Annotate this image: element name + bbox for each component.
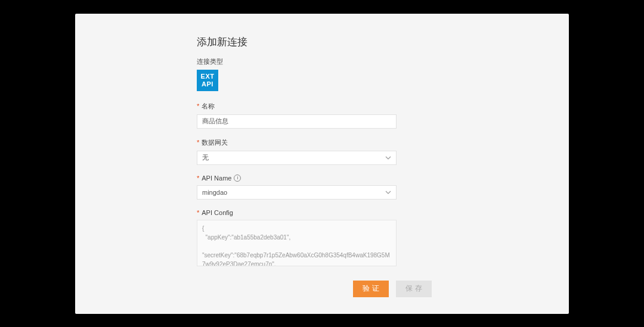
required-asterisk: * [197, 175, 199, 182]
api-name-select[interactable]: mingdao [197, 185, 397, 200]
gateway-label: * 数据网关 [197, 138, 495, 147]
api-name-value: mingdao [202, 189, 227, 196]
api-config-label: * API Config [197, 209, 495, 216]
page-title: 添加新连接 [197, 35, 495, 49]
gateway-select[interactable]: 无 [197, 151, 397, 165]
required-asterisk: * [197, 209, 199, 216]
name-label: * 名称 [197, 102, 495, 111]
chevron-down-icon [385, 155, 391, 161]
name-input[interactable] [197, 114, 397, 129]
ext-api-tag[interactable]: EXT API [197, 70, 218, 91]
connection-type-field: 连接类型 EXT API [197, 57, 495, 91]
connection-type-label: 连接类型 [197, 57, 495, 66]
required-asterisk: * [197, 139, 199, 146]
gateway-value: 无 [202, 153, 209, 162]
gateway-field: * 数据网关 无 [197, 138, 495, 165]
api-config-textarea[interactable] [197, 220, 397, 266]
save-button: 保存 [396, 281, 432, 297]
tag-line-1: EXT [201, 73, 215, 80]
chevron-down-icon [385, 189, 391, 195]
tag-line-2: API [202, 80, 213, 88]
api-config-field: * API Config [197, 209, 495, 269]
dialog-panel: 添加新连接 连接类型 EXT API * 名称 * 数据网关 无 [75, 14, 569, 314]
verify-button[interactable]: 验证 [353, 281, 389, 297]
required-asterisk: * [197, 102, 199, 110]
info-icon[interactable]: i [234, 175, 241, 182]
name-field: * 名称 [197, 102, 495, 129]
button-row: 验证 保存 [353, 281, 432, 297]
api-name-label: * API Name i [197, 175, 495, 182]
api-name-field: * API Name i mingdao [197, 175, 495, 200]
form-container: 添加新连接 连接类型 EXT API * 名称 * 数据网关 无 [197, 35, 495, 269]
